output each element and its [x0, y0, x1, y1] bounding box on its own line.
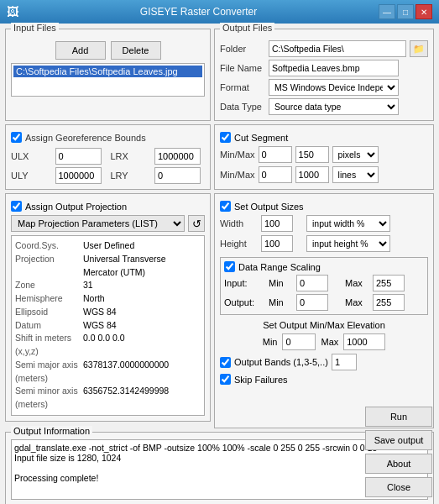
- output-line-4: Processing complete!: [14, 473, 425, 483]
- close-window-button[interactable]: ✕: [415, 4, 432, 19]
- georef-label: Assign Georeference Bounds: [25, 133, 146, 143]
- cut-max2-input[interactable]: [295, 166, 329, 183]
- georef-group: Assign Georeference Bounds ULX LRX ULY L…: [5, 124, 211, 190]
- folder-label: Folder: [220, 44, 266, 54]
- output-line-1: gdal_translate.exe -not_strict -of BMP -…: [14, 443, 425, 453]
- uly-input[interactable]: [55, 167, 102, 184]
- run-button[interactable]: Run: [365, 407, 432, 427]
- cut-min2-input[interactable]: [259, 166, 292, 183]
- zone-val: 31: [83, 279, 201, 292]
- lrx-label: LRX: [111, 151, 150, 161]
- projection-group: Assign Output Projection Map Projection …: [5, 193, 211, 422]
- minmax-label-1: Min/Max: [220, 150, 255, 160]
- height-input[interactable]: [261, 235, 293, 252]
- elev-max-label: Max: [321, 337, 338, 347]
- format-label: Format: [220, 82, 266, 92]
- bands-input[interactable]: [332, 354, 357, 370]
- shift-val: 0.0 0.0 0.0: [83, 332, 201, 359]
- shift-key: Shift in meters (x,y,z): [15, 332, 82, 359]
- datum-val: WGS 84: [83, 319, 201, 333]
- elev-min-input[interactable]: [282, 333, 316, 350]
- input-max-label: Max: [345, 278, 370, 288]
- cut-max1-input[interactable]: [295, 146, 329, 163]
- lry-label: LRY: [111, 171, 150, 181]
- elevation-label: Set Output Min/Max Elevation: [220, 320, 428, 330]
- output-min-input[interactable]: [296, 294, 328, 311]
- height-unit-select[interactable]: input height %: [306, 235, 390, 252]
- ulx-input[interactable]: [55, 148, 102, 165]
- output-max-input[interactable]: [373, 294, 405, 311]
- delete-button[interactable]: Delete: [111, 41, 161, 60]
- output-min-label: Min: [269, 297, 294, 307]
- uly-label: ULY: [11, 171, 50, 181]
- output-label: Output:: [224, 297, 266, 307]
- data-range-checkbox[interactable]: [224, 261, 235, 272]
- width-unit-select[interactable]: input width %: [306, 215, 390, 232]
- folder-browse-button[interactable]: 📁: [410, 40, 428, 57]
- elevation-group: Set Output Min/Max Elevation Min Max: [220, 320, 428, 350]
- data-range-group: Data Range Scaling Input: Min Max Output…: [220, 257, 428, 315]
- datatype-select[interactable]: Source data type: [269, 98, 399, 115]
- action-buttons: Run Save output About Close: [365, 407, 432, 497]
- output-sizes-group: Set Output Sizes Width input width % Hei…: [214, 193, 434, 428]
- projection-checkbox[interactable]: [11, 201, 22, 212]
- elev-max-input[interactable]: [343, 333, 385, 350]
- filename-input[interactable]: [269, 60, 399, 76]
- save-output-button[interactable]: Save output: [365, 430, 432, 450]
- maximize-button[interactable]: □: [397, 4, 414, 19]
- output-line-2: Input file size is 1280, 1024: [14, 453, 425, 463]
- width-input[interactable]: [261, 215, 293, 232]
- semi-major-val: 6378137.0000000000: [83, 359, 201, 386]
- height-label: Height: [220, 239, 258, 249]
- input-files-group: Input Files Add Delete C:\Softpedia File…: [5, 29, 211, 121]
- input-label: Input:: [224, 278, 266, 288]
- add-button[interactable]: Add: [55, 41, 106, 60]
- output-line-3: [14, 463, 425, 473]
- cut-segment-label: Cut Segment: [234, 133, 288, 143]
- output-sizes-checkbox[interactable]: [220, 201, 231, 212]
- format-select[interactable]: MS Windows Device Independent: [269, 79, 399, 96]
- projection-key: Projection: [15, 253, 82, 280]
- georef-checkbox[interactable]: [11, 132, 22, 143]
- projection-list-select[interactable]: Map Projection Parameters (LIST): [11, 215, 185, 232]
- output-files-group: Output Files Folder 📁 File Name Format M…: [214, 29, 434, 121]
- window-title: GISEYE Raster Converter: [18, 6, 379, 18]
- data-range-label: Data Range Scaling: [238, 262, 321, 272]
- output-files-title: Output Files: [220, 23, 274, 33]
- refresh-projection-button[interactable]: ↺: [188, 215, 205, 232]
- title-bar: 🖼 GISEYE Raster Converter — □ ✕: [0, 0, 439, 24]
- semi-major-key: Semi major axis (meters): [15, 359, 82, 386]
- input-max-input[interactable]: [373, 275, 405, 291]
- semi-minor-key: Semi minor axis (meters): [15, 385, 82, 412]
- input-min-input[interactable]: [296, 275, 328, 291]
- bands-label: Output Bands (1,3-5,..): [234, 357, 328, 367]
- lrx-input[interactable]: [154, 148, 201, 165]
- file-list[interactable]: C:\Softpedia Files\Softpedia Leaves.jpg: [11, 63, 205, 97]
- cut-segment-checkbox[interactable]: [220, 132, 231, 143]
- input-min-label: Min: [269, 278, 294, 288]
- output-sizes-label: Set Output Sizes: [234, 202, 304, 212]
- lry-input[interactable]: [154, 167, 201, 184]
- skip-failures-label: Skip Failures: [234, 375, 288, 385]
- cut-unit2-select[interactable]: lines: [332, 166, 379, 183]
- about-button[interactable]: About: [365, 454, 432, 474]
- file-item[interactable]: C:\Softpedia Files\Softpedia Leaves.jpg: [13, 66, 202, 77]
- projection-label: Assign Output Projection: [25, 202, 127, 212]
- hemisphere-val: North: [83, 292, 201, 306]
- app-icon: 🖼: [7, 5, 18, 18]
- skip-failures-checkbox[interactable]: [220, 374, 231, 385]
- folder-input[interactable]: [269, 40, 406, 57]
- cut-min1-input[interactable]: [259, 146, 292, 163]
- close-button[interactable]: Close: [365, 477, 432, 497]
- bands-checkbox[interactable]: [220, 357, 231, 368]
- cut-unit1-select[interactable]: pixels: [332, 146, 379, 163]
- filename-label: File Name: [220, 63, 266, 73]
- ellipsoid-val: WGS 84: [83, 306, 201, 319]
- ulx-label: ULX: [11, 151, 50, 161]
- datatype-label: Data Type: [220, 102, 266, 112]
- projection-data-box: Coord.Sys. User Defined Projection Unive…: [11, 235, 205, 416]
- bands-group: Output Bands (1,3-5,..): [220, 354, 428, 370]
- minimize-button[interactable]: —: [379, 4, 395, 19]
- input-files-title: Input Files: [11, 23, 59, 33]
- output-max-label: Max: [345, 297, 370, 307]
